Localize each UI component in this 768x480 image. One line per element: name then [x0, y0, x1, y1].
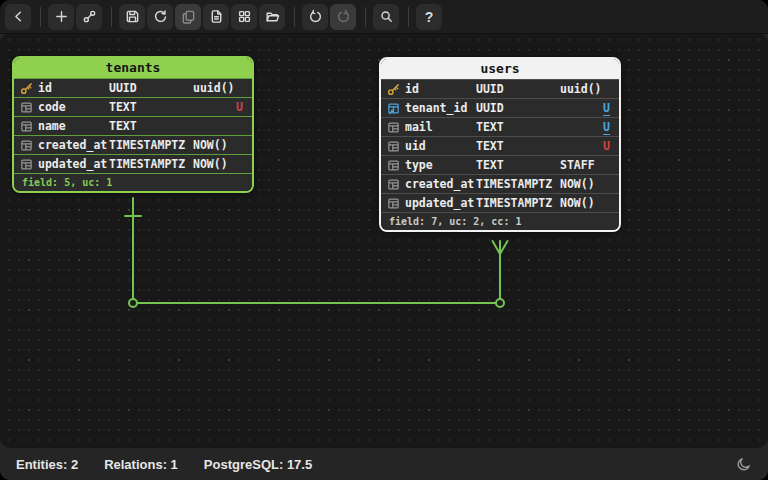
field-icon — [20, 158, 33, 171]
toolbar-divider — [40, 7, 41, 27]
field-row[interactable]: updated_atTIMESTAMPTZNOW() — [381, 193, 619, 212]
toolbar-divider — [365, 7, 366, 27]
field-type: TEXT — [476, 139, 560, 153]
field-name: name — [38, 119, 109, 133]
add-table-button[interactable] — [48, 4, 74, 30]
field-icon — [20, 120, 33, 133]
status-bar: Entities: 2 Relations: 1 PostgreSQL: 17.… — [0, 448, 768, 480]
field-default: NOW() — [560, 196, 610, 210]
entity-header[interactable]: users — [381, 59, 619, 79]
field-name: code — [38, 100, 109, 114]
unique-badge: U — [603, 139, 610, 153]
dark-mode-toggle[interactable] — [736, 456, 752, 472]
field-type: TIMESTAMPTZ — [109, 157, 193, 171]
field-default: NOW() — [560, 177, 610, 191]
field-default: uuid() — [193, 81, 243, 95]
field-name: updated_at — [405, 196, 476, 210]
field-type: TEXT — [109, 119, 193, 133]
back-button[interactable] — [5, 4, 31, 30]
field-icon — [20, 101, 33, 114]
app-window: ? tenants idUUIDuuid() codeTEXTU nameTEX… — [0, 0, 768, 480]
unique-badge: U — [236, 100, 243, 114]
moon-icon — [736, 456, 752, 472]
field-name: created_at — [38, 138, 109, 152]
undo-icon — [308, 9, 323, 24]
field-name: mail — [405, 120, 476, 134]
foreign-key-icon — [387, 102, 400, 115]
key-icon — [20, 82, 33, 95]
save-button[interactable] — [119, 4, 145, 30]
toolbar-divider — [111, 7, 112, 27]
field-row[interactable]: nameTEXT — [14, 116, 252, 135]
field-row[interactable]: created_atTIMESTAMPTZNOW() — [381, 174, 619, 193]
status-relations: Relations: 1 — [104, 457, 178, 472]
field-row[interactable]: updated_atTIMESTAMPTZNOW() — [14, 154, 252, 173]
status-database: PostgreSQL: 17.5 — [204, 457, 312, 472]
field-name: updated_at — [38, 157, 109, 171]
field-row[interactable]: mailTEXTU — [381, 117, 619, 136]
reload-button[interactable] — [147, 4, 173, 30]
search-button[interactable] — [373, 4, 399, 30]
field-default: uuid() — [560, 82, 610, 96]
entity-title: users — [480, 61, 519, 76]
undo-button[interactable] — [302, 4, 328, 30]
unique-badge: U — [603, 101, 610, 115]
entity-footer: field: 7, uc: 2, cc: 1 — [381, 212, 619, 230]
export-file-button[interactable] — [203, 4, 229, 30]
field-type: TEXT — [476, 120, 560, 134]
field-type: UUID — [476, 101, 560, 115]
entity-table-users[interactable]: users idUUIDuuid() tenant_idUUIDU mailTE… — [379, 57, 621, 232]
field-row[interactable]: idUUIDuuid() — [381, 79, 619, 98]
field-name: id — [38, 81, 109, 95]
field-row[interactable]: created_atTIMESTAMPTZNOW() — [14, 135, 252, 154]
chevron-left-icon — [11, 9, 26, 24]
unique-badge: U — [603, 120, 610, 134]
toolbar-divider — [408, 7, 409, 27]
field-type: TIMESTAMPTZ — [476, 196, 560, 210]
add-relation-button[interactable] — [76, 4, 102, 30]
field-type: UUID — [109, 81, 193, 95]
plus-icon — [54, 9, 69, 24]
field-name: tenant_id — [405, 101, 476, 115]
key-icon — [387, 83, 400, 96]
templates-grid-icon — [237, 9, 252, 24]
field-name: created_at — [405, 177, 476, 191]
field-row[interactable]: codeTEXTU — [14, 97, 252, 116]
open-folder-button[interactable] — [259, 4, 285, 30]
field-icon — [20, 139, 33, 152]
templates-button[interactable] — [231, 4, 257, 30]
field-icon — [387, 178, 400, 191]
entity-title: tenants — [106, 60, 161, 75]
copy-button[interactable] — [175, 4, 201, 30]
open-folder-icon — [265, 9, 280, 24]
toolbar: ? — [0, 0, 768, 34]
field-type: TEXT — [476, 158, 560, 172]
status-entities: Entities: 2 — [16, 457, 78, 472]
help-icon: ? — [425, 9, 434, 25]
field-row[interactable]: tenant_idUUIDU — [381, 98, 619, 117]
field-icon — [387, 121, 400, 134]
field-icon — [387, 197, 400, 210]
entity-table-tenants[interactable]: tenants idUUIDuuid() codeTEXTU nameTEXT … — [12, 56, 254, 193]
field-row[interactable]: uidTEXTU — [381, 136, 619, 155]
save-icon — [125, 9, 140, 24]
field-icon — [387, 159, 400, 172]
redo-icon — [336, 9, 351, 24]
field-row[interactable]: typeTEXTSTAFF — [381, 155, 619, 174]
export-file-icon — [209, 9, 224, 24]
entity-header[interactable]: tenants — [14, 58, 252, 78]
field-default: STAFF — [560, 158, 610, 172]
field-type: TEXT — [109, 100, 193, 114]
entity-fields: idUUIDuuid() codeTEXTU nameTEXT created_… — [14, 78, 252, 173]
entity-fields: idUUIDuuid() tenant_idUUIDU mailTEXTU ui… — [381, 79, 619, 212]
field-default: NOW() — [193, 157, 243, 171]
reload-icon — [153, 9, 168, 24]
field-icon — [387, 140, 400, 153]
field-row[interactable]: idUUIDuuid() — [14, 78, 252, 97]
help-button[interactable]: ? — [416, 4, 442, 30]
field-name: uid — [405, 139, 476, 153]
redo-button[interactable] — [330, 4, 356, 30]
field-name: type — [405, 158, 476, 172]
add-relation-icon — [82, 9, 97, 24]
field-type: TIMESTAMPTZ — [476, 177, 560, 191]
